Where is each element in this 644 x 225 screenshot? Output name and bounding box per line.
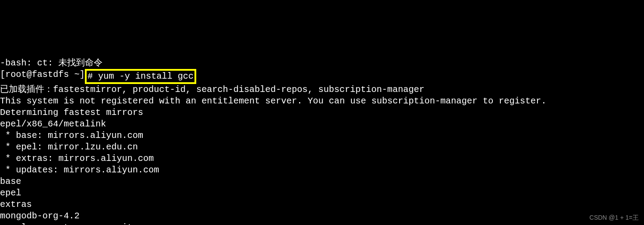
output-line: mysql-connectors-community <box>0 222 644 225</box>
output-line: * updates: mirrors.aliyun.com <box>0 164 644 176</box>
prompt-symbol: # <box>88 71 98 81</box>
output-line: base <box>0 176 644 187</box>
output-line: -bash: ct: 未找到命令 <box>0 57 644 69</box>
command-text: yum -y install gcc <box>98 71 194 81</box>
output-line: extras <box>0 199 644 210</box>
output-line: * extras: mirrors.aliyun.com <box>0 153 644 164</box>
output-line: * epel: mirror.lzu.edu.cn <box>0 141 644 153</box>
output-line: Determining fastest mirrors <box>0 107 644 118</box>
terminal-output[interactable]: -bash: ct: 未找到命令[root@fastdfs ~]# yum -y… <box>0 46 644 225</box>
highlighted-command: # yum -y install gcc <box>85 69 196 84</box>
command-line: [root@fastdfs ~]# yum -y install gcc <box>0 69 644 84</box>
output-line: * base: mirrors.aliyun.com <box>0 130 644 141</box>
prompt-prefix: [root@fastdfs ~] <box>0 69 85 80</box>
output-line: 已加载插件：fastestmirror, product-id, search-… <box>0 84 644 95</box>
watermark-text: CSDN @1 + 1=王 <box>590 214 639 221</box>
output-line: epel/x86_64/metalink <box>0 118 644 130</box>
output-line: This system is not registered with an en… <box>0 95 644 107</box>
output-line: epel <box>0 187 644 199</box>
output-line: mongodb-org-4.2 <box>0 210 644 222</box>
